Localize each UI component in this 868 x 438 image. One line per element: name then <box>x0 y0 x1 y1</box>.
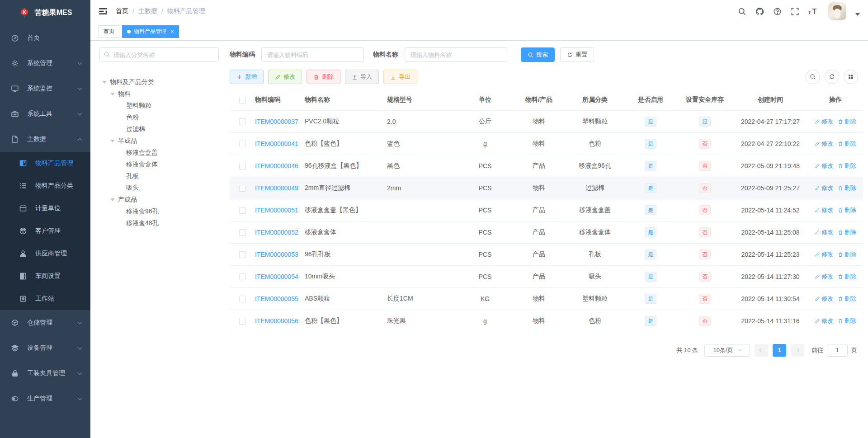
reset-button[interactable]: 重置 <box>560 47 594 62</box>
material-code-link[interactable]: ITEM00000041 <box>255 140 298 147</box>
sidebar-item[interactable]: 仓储管理 <box>0 310 90 335</box>
refresh-button[interactable] <box>825 70 839 84</box>
tree-node[interactable]: 移液盒48孔 <box>99 217 219 229</box>
logo[interactable]: K 苦糖果MES <box>0 0 90 25</box>
column-header[interactable]: 是否启用 <box>624 89 677 110</box>
column-header[interactable]: 物料编码 <box>255 89 305 110</box>
page-size-select[interactable]: 10条/页 <box>704 344 750 357</box>
sidebar-subitem[interactable]: 车间设置 <box>0 265 90 287</box>
github-icon[interactable] <box>755 7 764 16</box>
row-delete-link[interactable]: 删除 <box>838 206 856 214</box>
search-button[interactable]: 搜索 <box>521 47 555 62</box>
tree-node[interactable]: 半成品 <box>99 135 219 147</box>
row-edit-link[interactable]: 修改 <box>815 206 833 214</box>
tree-node[interactable]: 移液盒盒体 <box>99 159 219 170</box>
sidebar-subitem[interactable]: 物料产品分类 <box>0 174 90 197</box>
tree-node[interactable]: 塑料颗粒 <box>99 100 219 112</box>
export-button[interactable]: 导出 <box>383 70 417 84</box>
material-code-link[interactable]: ITEM00000049 <box>255 184 298 192</box>
column-header[interactable]: 单位 <box>458 89 512 110</box>
prev-page-button[interactable] <box>755 344 768 357</box>
row-edit-link[interactable]: 修改 <box>815 118 833 126</box>
import-button[interactable]: 导入 <box>345 70 379 84</box>
sidebar-item[interactable]: 生产管理 <box>0 386 90 411</box>
text-size-icon[interactable]: тT <box>808 7 819 16</box>
material-code-link[interactable]: ITEM00000052 <box>255 229 298 236</box>
tree-node[interactable]: 物料及产品分类 <box>99 76 219 88</box>
goto-page-input[interactable] <box>827 344 848 357</box>
question-icon[interactable] <box>773 7 782 16</box>
hamburger-icon[interactable] <box>99 7 108 16</box>
avatar[interactable] <box>828 2 846 20</box>
column-header[interactable]: 设置安全库存 <box>677 89 732 110</box>
row-delete-link[interactable]: 删除 <box>838 140 856 148</box>
row-checkbox[interactable] <box>239 207 246 214</box>
tree-node[interactable]: 移液盒盒盖 <box>99 147 219 159</box>
material-code-link[interactable]: ITEM00000054 <box>255 273 298 280</box>
row-checkbox[interactable] <box>239 273 246 280</box>
tree-expand-icon[interactable] <box>110 198 115 201</box>
row-edit-link[interactable]: 修改 <box>815 140 833 148</box>
tree-node[interactable]: 产成品 <box>99 194 219 206</box>
row-delete-link[interactable]: 删除 <box>838 118 856 126</box>
tab[interactable]: 首页 <box>99 25 119 38</box>
row-checkbox[interactable] <box>239 318 246 325</box>
delete-button[interactable]: 删除 <box>307 70 340 84</box>
tree-node[interactable]: 色粉 <box>99 112 219 123</box>
row-delete-link[interactable]: 删除 <box>838 295 856 303</box>
row-delete-link[interactable]: 删除 <box>838 317 856 325</box>
material-code-link[interactable]: ITEM00000056 <box>255 317 298 325</box>
sidebar-item[interactable]: 系统监控 <box>0 76 90 101</box>
row-checkbox[interactable] <box>239 163 246 170</box>
column-header[interactable]: 操作 <box>808 89 863 110</box>
sidebar-subitem[interactable]: 供应商管理 <box>0 242 90 265</box>
row-edit-link[interactable]: 修改 <box>815 184 833 192</box>
sidebar-item[interactable]: 主数据 <box>0 127 90 152</box>
row-delete-link[interactable]: 删除 <box>838 228 856 236</box>
row-delete-link[interactable]: 删除 <box>838 273 856 281</box>
row-delete-link[interactable]: 删除 <box>838 162 856 170</box>
row-edit-link[interactable]: 修改 <box>815 162 833 170</box>
material-name-input[interactable] <box>405 47 507 62</box>
close-icon[interactable]: × <box>170 28 174 35</box>
row-delete-link[interactable]: 删除 <box>838 184 856 192</box>
row-edit-link[interactable]: 修改 <box>815 273 833 281</box>
tree-search-input[interactable] <box>99 47 219 62</box>
tree-expand-icon[interactable] <box>110 140 115 142</box>
sidebar-item[interactable]: 工装夹具管理 <box>0 361 90 386</box>
material-code-input[interactable] <box>261 47 364 62</box>
column-settings-button[interactable] <box>844 70 858 84</box>
fullscreen-icon[interactable] <box>791 7 799 16</box>
toggle-search-button[interactable] <box>806 70 820 84</box>
tab[interactable]: 物料产品管理× <box>122 25 179 38</box>
add-button[interactable]: 新增 <box>230 70 264 84</box>
column-header[interactable]: 规格型号 <box>387 89 458 110</box>
column-header[interactable]: 物料/产品 <box>512 89 566 110</box>
row-edit-link[interactable]: 修改 <box>815 250 833 259</box>
tree-expand-icon[interactable] <box>110 93 115 95</box>
sidebar-subitem[interactable]: 物料产品管理 <box>0 152 90 174</box>
next-page-button[interactable] <box>791 344 804 357</box>
sidebar-subitem[interactable]: 客户管理 <box>0 220 90 242</box>
row-checkbox[interactable] <box>239 141 246 147</box>
page-1-button[interactable]: 1 <box>773 344 786 357</box>
select-all-checkbox[interactable] <box>239 97 246 104</box>
material-code-link[interactable]: ITEM00000053 <box>255 251 298 258</box>
row-checkbox[interactable] <box>239 251 246 258</box>
breadcrumb-item[interactable]: 主数据 <box>138 7 157 15</box>
row-checkbox[interactable] <box>239 185 246 192</box>
breadcrumb-item[interactable]: 首页 <box>116 7 128 15</box>
sidebar-item[interactable]: 系统管理 <box>0 51 90 76</box>
column-header[interactable]: 物料名称 <box>305 89 387 110</box>
sidebar-subitem[interactable]: 工作站 <box>0 287 90 310</box>
column-header[interactable]: 所属分类 <box>566 89 624 110</box>
material-code-link[interactable]: ITEM00000037 <box>255 118 298 125</box>
sidebar-subitem[interactable]: 计量单位 <box>0 197 90 220</box>
row-delete-link[interactable]: 删除 <box>838 250 856 259</box>
search-icon[interactable] <box>738 7 746 16</box>
chevron-down-icon[interactable] <box>855 13 860 16</box>
tree-node[interactable]: 移液盒96孔 <box>99 206 219 217</box>
breadcrumb-item[interactable]: 物料产品管理 <box>167 7 205 15</box>
row-checkbox[interactable] <box>239 229 246 236</box>
tree-node[interactable]: 孔板 <box>99 170 219 182</box>
